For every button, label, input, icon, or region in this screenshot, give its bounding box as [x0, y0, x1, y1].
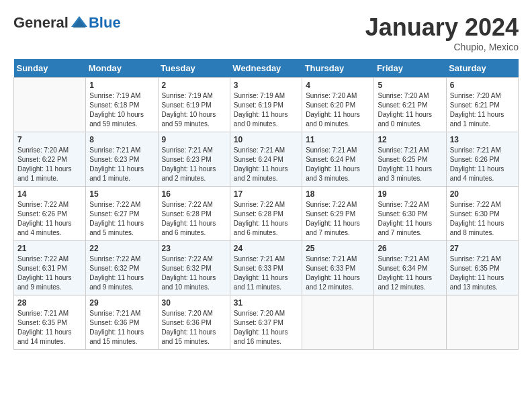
calendar-cell: 26Sunrise: 7:21 AMSunset: 6:34 PMDayligh…: [374, 241, 446, 295]
cell-info: Sunrise: 7:21 AMSunset: 6:25 PMDaylight:…: [378, 146, 442, 183]
cell-info: Sunrise: 7:19 AMSunset: 6:19 PMDaylight:…: [234, 91, 298, 129]
day-number: 10: [234, 135, 298, 144]
cell-info: Sunrise: 7:21 AMSunset: 6:35 PMDaylight:…: [17, 309, 82, 347]
logo: General Blue: [13, 13, 121, 32]
calendar-cell: 1Sunrise: 7:19 AMSunset: 6:18 PMDaylight…: [86, 78, 158, 132]
calendar-cell: 4Sunrise: 7:20 AMSunset: 6:20 PMDaylight…: [302, 78, 374, 132]
calendar-cell: [302, 295, 374, 350]
calendar-cell: 20Sunrise: 7:22 AMSunset: 6:30 PMDayligh…: [446, 187, 518, 241]
header-cell-sunday: Sunday: [14, 59, 86, 78]
cell-info: Sunrise: 7:21 AMSunset: 6:24 PMDaylight:…: [306, 146, 370, 183]
calendar-cell: 28Sunrise: 7:21 AMSunset: 6:35 PMDayligh…: [14, 295, 86, 350]
cell-info: Sunrise: 7:22 AMSunset: 6:28 PMDaylight:…: [162, 200, 226, 238]
day-number: 26: [378, 244, 442, 253]
week-row-2: 14Sunrise: 7:22 AMSunset: 6:26 PMDayligh…: [14, 187, 519, 241]
day-number: 22: [89, 244, 154, 253]
cell-info: Sunrise: 7:21 AMSunset: 6:23 PMDaylight:…: [89, 146, 154, 183]
calendar-cell: 14Sunrise: 7:22 AMSunset: 6:26 PMDayligh…: [14, 187, 86, 241]
week-row-1: 7Sunrise: 7:20 AMSunset: 6:22 PMDaylight…: [14, 132, 519, 187]
calendar-cell: 30Sunrise: 7:20 AMSunset: 6:36 PMDayligh…: [158, 295, 230, 350]
location-subtitle: Chupio, Mexico: [365, 42, 519, 52]
cell-info: Sunrise: 7:22 AMSunset: 6:30 PMDaylight:…: [450, 200, 515, 238]
day-number: 16: [162, 189, 226, 199]
logo-icon: [70, 13, 89, 32]
calendar-cell: 29Sunrise: 7:21 AMSunset: 6:36 PMDayligh…: [86, 295, 158, 350]
title-block: January 2024 Chupio, Mexico: [365, 13, 519, 52]
day-number: 28: [17, 298, 82, 308]
day-number: 24: [234, 244, 298, 253]
day-number: 8: [89, 135, 154, 144]
calendar-cell: 13Sunrise: 7:21 AMSunset: 6:26 PMDayligh…: [446, 132, 518, 187]
cell-info: Sunrise: 7:21 AMSunset: 6:36 PMDaylight:…: [89, 309, 154, 347]
day-number: 1: [89, 81, 154, 90]
calendar-cell: 16Sunrise: 7:22 AMSunset: 6:28 PMDayligh…: [158, 187, 230, 241]
logo-blue-text: Blue: [89, 14, 121, 32]
calendar-cell: 15Sunrise: 7:22 AMSunset: 6:27 PMDayligh…: [86, 187, 158, 241]
header-cell-friday: Friday: [374, 59, 446, 78]
header-cell-wednesday: Wednesday: [230, 59, 302, 78]
cell-info: Sunrise: 7:20 AMSunset: 6:22 PMDaylight:…: [17, 146, 82, 183]
calendar-cell: 27Sunrise: 7:21 AMSunset: 6:35 PMDayligh…: [446, 241, 518, 295]
calendar-cell: [374, 295, 446, 350]
calendar-table: SundayMondayTuesdayWednesdayThursdayFrid…: [13, 59, 519, 350]
calendar-cell: [446, 295, 518, 350]
calendar-cell: [14, 78, 86, 132]
header-row: SundayMondayTuesdayWednesdayThursdayFrid…: [14, 59, 519, 78]
calendar-cell: 12Sunrise: 7:21 AMSunset: 6:25 PMDayligh…: [374, 132, 446, 187]
day-number: 2: [162, 81, 226, 90]
day-number: 14: [17, 189, 82, 199]
day-number: 19: [378, 189, 442, 199]
day-number: 13: [450, 135, 515, 144]
cell-info: Sunrise: 7:22 AMSunset: 6:31 PMDaylight:…: [17, 255, 82, 292]
day-number: 27: [450, 244, 515, 253]
day-number: 5: [378, 81, 442, 90]
week-row-4: 28Sunrise: 7:21 AMSunset: 6:35 PMDayligh…: [14, 295, 519, 350]
page-header: General Blue January 2024 Chupio, Mexico: [13, 13, 519, 52]
calendar-cell: 8Sunrise: 7:21 AMSunset: 6:23 PMDaylight…: [86, 132, 158, 187]
cell-info: Sunrise: 7:22 AMSunset: 6:30 PMDaylight:…: [378, 200, 442, 238]
cell-info: Sunrise: 7:21 AMSunset: 6:23 PMDaylight:…: [162, 146, 226, 183]
cell-info: Sunrise: 7:19 AMSunset: 6:18 PMDaylight:…: [89, 91, 154, 129]
cell-info: Sunrise: 7:22 AMSunset: 6:32 PMDaylight:…: [162, 255, 226, 292]
cell-info: Sunrise: 7:21 AMSunset: 6:26 PMDaylight:…: [450, 146, 515, 183]
calendar-cell: 5Sunrise: 7:20 AMSunset: 6:21 PMDaylight…: [374, 78, 446, 132]
cell-info: Sunrise: 7:20 AMSunset: 6:21 PMDaylight:…: [450, 91, 515, 129]
calendar-cell: 31Sunrise: 7:20 AMSunset: 6:37 PMDayligh…: [230, 295, 302, 350]
calendar-cell: 25Sunrise: 7:21 AMSunset: 6:33 PMDayligh…: [302, 241, 374, 295]
cell-info: Sunrise: 7:22 AMSunset: 6:27 PMDaylight:…: [89, 200, 154, 238]
calendar-cell: 24Sunrise: 7:21 AMSunset: 6:33 PMDayligh…: [230, 241, 302, 295]
day-number: 3: [234, 81, 298, 90]
day-number: 15: [89, 189, 154, 199]
cell-info: Sunrise: 7:22 AMSunset: 6:32 PMDaylight:…: [89, 255, 154, 292]
week-row-3: 21Sunrise: 7:22 AMSunset: 6:31 PMDayligh…: [14, 241, 519, 295]
cell-info: Sunrise: 7:21 AMSunset: 6:24 PMDaylight:…: [234, 146, 298, 183]
calendar-cell: 7Sunrise: 7:20 AMSunset: 6:22 PMDaylight…: [14, 132, 86, 187]
day-number: 29: [89, 298, 154, 308]
cell-info: Sunrise: 7:20 AMSunset: 6:20 PMDaylight:…: [306, 91, 370, 129]
cell-info: Sunrise: 7:22 AMSunset: 6:29 PMDaylight:…: [306, 200, 370, 238]
cell-info: Sunrise: 7:22 AMSunset: 6:26 PMDaylight:…: [17, 200, 82, 238]
day-number: 31: [234, 298, 298, 308]
logo-general-text: General: [13, 14, 69, 32]
calendar-cell: 9Sunrise: 7:21 AMSunset: 6:23 PMDaylight…: [158, 132, 230, 187]
calendar-cell: 17Sunrise: 7:22 AMSunset: 6:28 PMDayligh…: [230, 187, 302, 241]
cell-info: Sunrise: 7:20 AMSunset: 6:36 PMDaylight:…: [162, 309, 226, 347]
cell-info: Sunrise: 7:21 AMSunset: 6:33 PMDaylight:…: [306, 255, 370, 292]
cell-info: Sunrise: 7:20 AMSunset: 6:37 PMDaylight:…: [234, 309, 298, 347]
calendar-cell: 2Sunrise: 7:19 AMSunset: 6:19 PMDaylight…: [158, 78, 230, 132]
calendar-cell: 3Sunrise: 7:19 AMSunset: 6:19 PMDaylight…: [230, 78, 302, 132]
calendar-cell: 23Sunrise: 7:22 AMSunset: 6:32 PMDayligh…: [158, 241, 230, 295]
calendar-cell: 18Sunrise: 7:22 AMSunset: 6:29 PMDayligh…: [302, 187, 374, 241]
cell-info: Sunrise: 7:21 AMSunset: 6:34 PMDaylight:…: [378, 255, 442, 292]
day-number: 9: [162, 135, 226, 144]
calendar-cell: 11Sunrise: 7:21 AMSunset: 6:24 PMDayligh…: [302, 132, 374, 187]
day-number: 4: [306, 81, 370, 90]
header-cell-monday: Monday: [86, 59, 158, 78]
day-number: 6: [450, 81, 515, 90]
day-number: 12: [378, 135, 442, 144]
day-number: 7: [17, 135, 82, 144]
calendar-cell: 22Sunrise: 7:22 AMSunset: 6:32 PMDayligh…: [86, 241, 158, 295]
day-number: 21: [17, 244, 82, 253]
cell-info: Sunrise: 7:19 AMSunset: 6:19 PMDaylight:…: [162, 91, 226, 129]
cell-info: Sunrise: 7:22 AMSunset: 6:28 PMDaylight:…: [234, 200, 298, 238]
